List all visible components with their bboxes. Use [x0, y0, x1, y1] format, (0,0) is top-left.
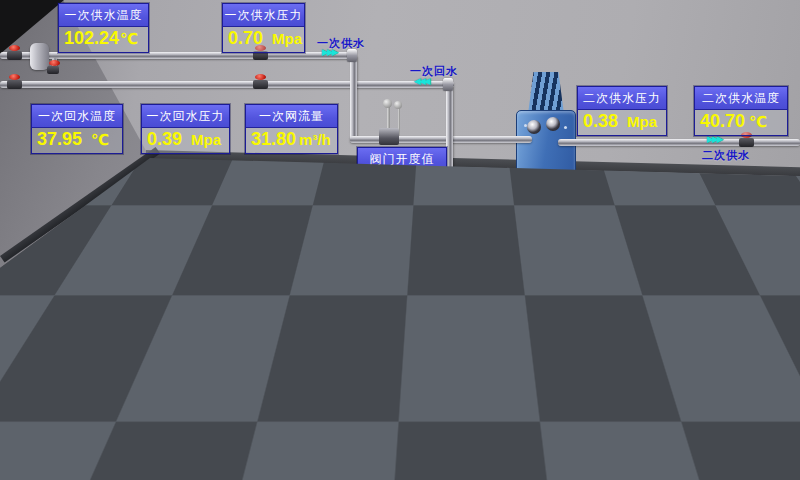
pipe-makeup-lower — [143, 391, 615, 396]
pump-base — [224, 436, 272, 460]
valve-primary-return-outlet[interactable] — [7, 80, 22, 89]
gauge-unit: ℃ — [120, 30, 138, 47]
circulation-pump-2[interactable] — [490, 196, 552, 284]
flange — [605, 385, 619, 399]
gauge-secondary-return-temp: 二次回水温度 36.63℃ — [693, 243, 785, 293]
pump-base — [492, 256, 550, 282]
valve-makeup-riser[interactable] — [602, 314, 615, 322]
flow-arrows-icon: ▶▶▶ — [579, 387, 594, 395]
gauge-value: 40.70 — [700, 111, 745, 131]
gauge-valve-opening: 阀门开度值 5.92% — [357, 147, 447, 197]
flange — [443, 78, 453, 91]
gauge-secondary-supply-pressure: 二次供水压力 0.38Mpa — [577, 86, 667, 136]
gauge-unit: % — [407, 174, 420, 191]
flow-arrows-icon: ◀◀◀ — [478, 291, 493, 299]
control-valve[interactable] — [379, 128, 399, 145]
control-valve-stem — [387, 106, 390, 130]
gauge-unit: ℃ — [91, 131, 109, 148]
hmi-heat-exchange-station: ▶▶▶ ◀◀◀ ▶▶▶ ◀◀◀ ◀◀◀ ▶▶▶ ▶▶▶ 一次供水 一次回水 二次… — [0, 0, 800, 480]
gauge-unit: m³ — [93, 329, 111, 346]
pipe-to-exchanger — [350, 136, 532, 143]
pipe-supply-drop — [350, 56, 357, 142]
gauge-title: 一次回水压力 — [142, 105, 229, 128]
pressure-gauge — [394, 101, 402, 109]
hx-port-top-left — [527, 120, 541, 134]
gauge-value: 0.27 — [583, 268, 618, 288]
hx-port-top-right — [546, 117, 560, 131]
gauge-primary-return-pressure: 一次回水压力 0.39Mpa — [141, 104, 230, 154]
gauge-value: 37.95 — [37, 129, 82, 149]
tank-seam — [76, 350, 78, 430]
tank-leg — [54, 434, 62, 460]
pipe-hx-down — [554, 230, 561, 298]
gauge-value: 0.38 — [583, 111, 618, 131]
strainer-separator — [30, 43, 49, 70]
pump-indicator-window — [447, 212, 457, 228]
valve-primary-supply-inlet[interactable] — [7, 51, 22, 60]
gauge-title: 二次供水温度 — [695, 87, 787, 110]
pipe-secondary-supply — [558, 139, 800, 146]
tank-ladder-rail — [155, 332, 158, 426]
pipe-label-primary-supply: 一次供水 — [317, 36, 365, 51]
gauge-primary-supply-pressure: 一次供水压力 0.70Mpa — [222, 3, 305, 53]
gauge-primary-supply-temp: 一次供水温度 102.24℃ — [58, 3, 149, 53]
gauge-value: 36.63 — [699, 268, 744, 288]
gauge-title: 一次网流量 — [246, 105, 337, 128]
tank-leg — [94, 434, 102, 460]
gauge-title: 二次回水压力 — [578, 244, 666, 267]
gauge-value: 0.70 — [228, 28, 263, 48]
gauge-unit: ℃ — [748, 270, 766, 287]
gauge-value: 102.24 — [64, 28, 119, 48]
gauge-unit: Mpa — [191, 131, 221, 148]
pump-indicator-window — [242, 382, 252, 398]
gauge-title: 二次回水温度 — [694, 244, 784, 267]
gauge-title: 二次供水压力 — [578, 87, 666, 110]
tank-manhole-left — [22, 362, 76, 418]
gauge-title: 补水泵频率 — [281, 378, 369, 401]
gauge-value: 5.92 — [363, 172, 398, 192]
flow-arrows-icon: ▶▶▶ — [707, 135, 722, 143]
gauge-value: 0.39 — [147, 129, 182, 149]
pump-volute — [505, 226, 537, 258]
gauge-unit: Mpa — [627, 270, 657, 287]
gauge-primary-flow: 一次网流量 31.80m³/h — [245, 104, 338, 154]
flange — [543, 326, 557, 340]
gauge-value: 31.80 — [251, 129, 296, 149]
control-valve-actuator — [383, 99, 392, 108]
tank-ladder-rail — [146, 330, 149, 426]
gauge-unit: Mpa — [272, 30, 302, 47]
gauge-tank-level: 水箱液位高度 1.10m³ — [36, 302, 126, 352]
pump-indicator-window — [259, 326, 268, 341]
pump-base — [422, 262, 480, 288]
valve-drain-small[interactable] — [47, 66, 59, 74]
gauge-title: 一次回水温度 — [32, 105, 122, 128]
gauge-unit: ℃ — [749, 113, 767, 130]
tank-leg — [14, 432, 22, 458]
gauge-unit: Hz — [336, 404, 354, 421]
gauge-primary-return-temp: 一次回水温度 37.95℃ — [31, 104, 123, 154]
flow-arrows-icon: ▶▶▶ — [519, 326, 534, 334]
gauge-value: 1.10 — [42, 327, 77, 347]
pump-volute — [250, 345, 278, 373]
pipe-makeup-loop-left — [200, 364, 205, 430]
gauge-title: 阀门开度值 — [358, 148, 446, 171]
pipe-label-secondary-return: 二次回水 — [716, 309, 764, 324]
gauge-title: 一次供水压力 — [223, 4, 304, 27]
gauge-secondary-return-pressure: 二次回水压力 0.27Mpa — [577, 243, 667, 293]
tank-manhole-right — [88, 362, 142, 418]
gauge-secondary-supply-temp: 二次供水温度 40.70℃ — [694, 86, 788, 136]
gauge-title: 一次供水温度 — [59, 4, 148, 27]
valve-secondary-supply[interactable] — [739, 138, 754, 147]
makeup-pump-2[interactable] — [222, 372, 276, 464]
tank-leg — [134, 432, 142, 458]
gauge-title: 水箱液位高度 — [37, 303, 125, 326]
valve-primary-return[interactable] — [253, 80, 268, 89]
pump-volute — [232, 404, 264, 436]
pipe-primary-return — [0, 81, 454, 88]
pump-indicator-window — [517, 206, 527, 222]
pipe-label-makeup: 补水 — [581, 399, 605, 414]
circulation-pump-1[interactable] — [420, 202, 482, 290]
pipe-makeup-upper — [135, 330, 557, 337]
gauge-unit: m³/h — [299, 131, 331, 148]
pipe-label-primary-return: 一次回水 — [410, 64, 458, 79]
